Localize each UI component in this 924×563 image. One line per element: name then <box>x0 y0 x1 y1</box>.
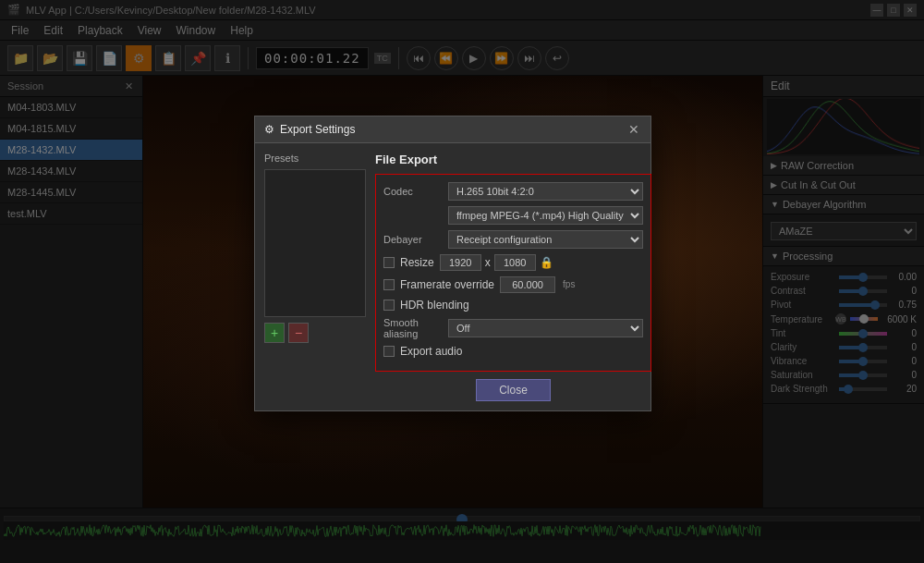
resize-label: Resize <box>400 256 434 269</box>
codec-select[interactable]: H.265 10bit 4:2:0 H.264 8bit 4:2:0 <box>448 182 643 201</box>
dialog-title-left: ⚙ Export Settings <box>264 123 355 136</box>
debayer-export-select[interactable]: Receipt configuration AMaZE <box>448 230 643 249</box>
fps-unit-label: fps <box>563 279 575 289</box>
dialog-close-btn[interactable]: ✕ <box>626 122 641 137</box>
hdr-checkbox[interactable] <box>383 300 395 311</box>
debayer-export-label: Debayer <box>383 234 448 245</box>
presets-buttons: + − <box>264 323 366 343</box>
resize-row: Resize x 🔒 <box>383 254 643 271</box>
debayer-export-row: Debayer Receipt configuration AMaZE <box>383 230 643 249</box>
presets-panel: Presets + − <box>264 153 366 401</box>
smooth-row: Smooth aliasing Off Low Medium High <box>383 317 643 339</box>
hdr-label: HDR blending <box>400 299 469 312</box>
smooth-select[interactable]: Off Low Medium High <box>448 319 643 337</box>
dialog-icon: ⚙ <box>264 123 274 136</box>
preset-remove-btn[interactable]: − <box>288 323 309 343</box>
resize-checkbox[interactable] <box>383 257 395 268</box>
presets-list[interactable] <box>264 169 366 317</box>
file-export-panel: File Export Codec H.265 10bit 4:2:0 H.26… <box>375 153 651 401</box>
presets-label: Presets <box>264 153 366 164</box>
export-audio-row: Export audio <box>383 345 643 358</box>
framerate-checkbox[interactable] <box>383 279 395 290</box>
resize-inputs: x 🔒 <box>440 254 553 271</box>
export-dialog: ⚙ Export Settings ✕ Presets + − File Exp… <box>254 116 651 411</box>
dialog-close-button[interactable]: Close <box>476 379 551 401</box>
codec2-select[interactable]: ffmpeg MPEG-4 (*.mp4) High Quality ffmpe… <box>448 206 643 225</box>
export-audio-label: Export audio <box>400 345 462 358</box>
smooth-label: Smooth aliasing <box>383 317 448 339</box>
resize-x-separator: x <box>485 256 491 269</box>
framerate-row: Framerate override fps <box>383 276 643 293</box>
preset-add-btn[interactable]: + <box>264 323 285 343</box>
resize-height-input[interactable] <box>494 254 536 271</box>
dialog-body: Presets + − File Export Codec H.265 10bi… <box>255 143 650 410</box>
file-export-box: Codec H.265 10bit 4:2:0 H.264 8bit 4:2:0… <box>375 174 651 372</box>
codec-row: Codec H.265 10bit 4:2:0 H.264 8bit 4:2:0 <box>383 182 643 201</box>
dialog-title: Export Settings <box>280 123 355 136</box>
dialog-overlay: ⚙ Export Settings ✕ Presets + − File Exp… <box>0 0 924 563</box>
export-audio-checkbox[interactable] <box>383 346 395 357</box>
framerate-label: Framerate override <box>400 278 494 291</box>
dialog-titlebar: ⚙ Export Settings ✕ <box>255 116 650 143</box>
file-export-title: File Export <box>375 153 651 166</box>
framerate-input[interactable] <box>500 276 555 293</box>
codec2-row: ffmpeg MPEG-4 (*.mp4) High Quality ffmpe… <box>383 206 643 225</box>
resize-width-input[interactable] <box>440 254 481 271</box>
lock-icon: 🔒 <box>540 256 553 269</box>
codec-label: Codec <box>383 186 448 197</box>
hdr-row: HDR blending <box>383 299 643 312</box>
